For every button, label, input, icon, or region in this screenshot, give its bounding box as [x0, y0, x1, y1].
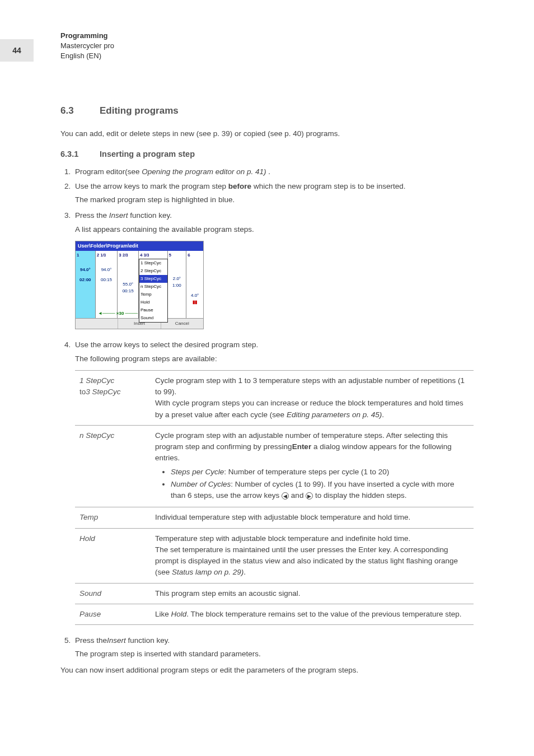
table-row: 1 StepCyc to3 StepCyc Cycle program step…	[75, 370, 474, 425]
subsection-number: 6.3.1	[60, 148, 100, 161]
arrow-right-icon: ▶	[306, 492, 313, 500]
row6-suffix: . The block temperature remains set to t…	[186, 610, 461, 618]
term-1stepcyc: 1 StepCyc	[79, 376, 114, 385]
desc-cell: Individual temperature step with adjusta…	[151, 507, 474, 528]
col6-num: 6	[188, 252, 190, 259]
program-steps-table: 1 StepCyc to3 StepCyc Cycle program step…	[75, 370, 474, 625]
col2-num: 2	[97, 253, 99, 258]
term-3stepcyc: 3 StepCyc	[86, 388, 120, 396]
b2-text-b: and	[289, 491, 306, 500]
header-product: Mastercycler pro	[60, 41, 114, 51]
step-2-sub: The marked program step is highlighted i…	[75, 194, 474, 206]
step-4-text: Use the arrow keys to select the desired…	[75, 340, 258, 349]
screenshot-col-1: 1 94.0° 02:00	[76, 251, 96, 318]
b2-label: Number of Cycles	[171, 480, 231, 488]
screenshot-col-4: 4 3/3 1 StepCyc 2 StepCyc 3 StepCyc n St…	[139, 251, 168, 318]
page-header: Programming Mastercycler pro English (EN…	[60, 31, 114, 62]
program-editor-screenshot: User\Folder\Program\edit 1 94.0° 02:00 2…	[75, 241, 204, 330]
screenshot-col-3: 3 2/3 55.0° 00:15	[118, 251, 139, 318]
cycle-label: ×30	[116, 311, 124, 316]
term-cell: 1 StepCyc to3 StepCyc	[75, 370, 151, 425]
screenshot-body: 1 94.0° 02:00 2 1/3 94.0° 00:15 3 2/3 55…	[76, 251, 203, 318]
section-number: 6.3	[60, 104, 100, 118]
section-heading: 6.3Editing programs	[60, 104, 474, 118]
step-1: Program editor(see Opening the program e…	[73, 166, 474, 178]
col5-temp: 2.0°	[173, 276, 181, 282]
step-list: Program editor(see Opening the program e…	[60, 166, 474, 660]
menu-item: Hold	[139, 298, 167, 306]
screenshot-col-2: 2 1/3 94.0° 00:15	[96, 251, 118, 318]
bullet-item: Steps per Cycle: Number of temperature s…	[171, 466, 469, 478]
step-3: Press the Insert function key. A list ap…	[73, 210, 474, 329]
col1-time: 02:00	[79, 277, 91, 283]
step-5-prefix: Press the	[75, 636, 107, 645]
arrow-left-icon: ◀	[282, 492, 289, 500]
col1-num: 1	[77, 252, 79, 259]
step-1-prefix: Program editor(see	[75, 167, 142, 176]
step-3-prefix: Press the	[75, 211, 109, 220]
pause-icon: ▮▮	[193, 299, 197, 306]
term-cell: Temp	[75, 507, 151, 528]
term-cell: Sound	[75, 583, 151, 604]
table-row: Sound This program step emits an acousti…	[75, 583, 474, 604]
desc-cell: Cycle program step with 1 to 3 temperatu…	[151, 370, 474, 425]
step-3-sub: A list appears containing the available …	[75, 224, 474, 235]
menu-item: 2 StepCyc	[139, 267, 167, 275]
term-cell: n StepCyc	[75, 425, 151, 507]
step-5-suffix: function key.	[126, 636, 170, 645]
desc-cell: Cycle program step with an adjustable nu…	[151, 425, 474, 507]
row4-a: Temperature step with adjustable block t…	[155, 534, 410, 543]
subsection-heading: 6.3.1Inserting a program step	[60, 148, 474, 161]
col3-frac: 2/3	[123, 253, 128, 257]
col5-num: 5	[169, 252, 171, 259]
menu-item-selected: 3 StepCyc	[139, 275, 167, 283]
step-2-suffix: which the new program step is to be inse…	[251, 182, 405, 190]
screenshot-col-6: 6 4.0° ▮▮	[186, 251, 203, 318]
cycle-arrow: ◄──── ×30 ────	[98, 310, 138, 317]
screenshot-titlebar: User\Folder\Program\edit	[76, 241, 203, 251]
step-4: Use the arrow keys to select the desired…	[73, 339, 474, 625]
step-3-ref: Insert	[109, 211, 128, 220]
b1-text: : Number of temperature steps per cycle …	[224, 468, 389, 476]
header-language: English (EN)	[60, 51, 114, 61]
bullet-item: Number of Cycles: Number of cycles (1 to…	[171, 479, 469, 502]
table-row: Temp Individual temperature step with ad…	[75, 507, 474, 528]
table-row: Pause Like Hold. The block temperature r…	[75, 604, 474, 624]
section-intro: You can add, edit or delete steps in new…	[60, 128, 474, 139]
col5-time: 1:00	[172, 282, 181, 289]
term-cell: Pause	[75, 604, 151, 624]
page-number: 44	[0, 39, 34, 62]
col4-num: 4	[140, 253, 142, 258]
desc-cell: Like Hold. The block temperature remains…	[151, 604, 474, 624]
step-5-sub: The program step is inserted with standa…	[75, 648, 474, 660]
row4-suffix: .	[243, 568, 246, 576]
col3-temp: 55.0°	[123, 281, 133, 288]
col3-time: 00:15	[123, 288, 134, 295]
row1-desc2-suffix: .	[382, 410, 384, 419]
menu-item: n StepCyc	[139, 283, 167, 291]
step-2: Use the arrow keys to mark the program s…	[73, 181, 474, 206]
page-content: 6.3Editing programs You can add, edit or…	[60, 104, 474, 682]
b1-label: Steps per Cycle	[171, 468, 224, 476]
row6-ref: Hold	[171, 610, 187, 618]
section-title: Editing programs	[100, 105, 179, 116]
col2-frac: 1/3	[100, 253, 106, 257]
menu-item: Pause	[139, 306, 167, 314]
step-1-suffix: .	[266, 167, 270, 176]
table-row: Hold Temperature step with adjustable bl…	[75, 528, 474, 583]
row1-desc2-ref: Editing parameters on p. 45)	[287, 410, 382, 419]
desc-cell: This program step emits an acoustic sign…	[151, 583, 474, 604]
step-5-ref: Insert	[107, 636, 126, 645]
row1-desc1: Cycle program step with 1 to 3 temperatu…	[155, 376, 465, 396]
term-cell: Hold	[75, 528, 151, 583]
menu-item: Sound	[139, 314, 167, 322]
closing-paragraph: You can now insert additional program st…	[60, 665, 474, 676]
term-to: to	[79, 388, 86, 396]
row6-prefix: Like	[155, 610, 171, 618]
step-4-sub: The following program steps are availabl…	[75, 353, 474, 365]
insert-menu: 1 StepCyc 2 StepCyc 3 StepCyc n StepCyc …	[139, 259, 168, 323]
desc-cell: Temperature step with adjustable block t…	[151, 528, 474, 583]
table-row: n StepCyc Cycle program step with an adj…	[75, 425, 474, 507]
col1-temp: 94.0°	[80, 267, 91, 273]
b2-text-c: to display the hidden steps.	[313, 491, 406, 500]
